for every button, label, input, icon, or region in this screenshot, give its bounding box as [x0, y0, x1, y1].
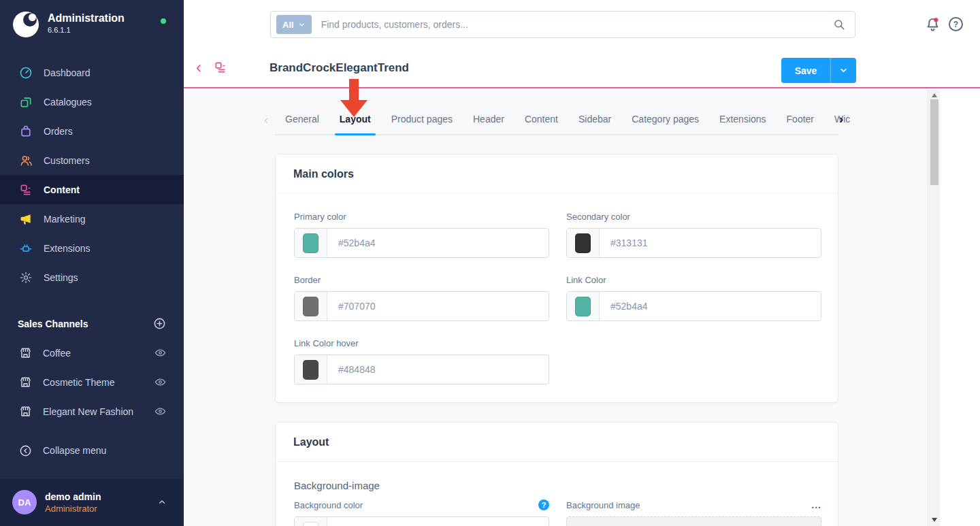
sidebar-item-dashboard[interactable]: Dashboard: [0, 58, 184, 87]
help-button[interactable]: ?: [949, 17, 963, 31]
color-picker-button[interactable]: [567, 292, 600, 320]
chevron-up-icon: [157, 497, 167, 508]
color-input[interactable]: #484848: [294, 355, 549, 384]
settings-gear-icon: [19, 271, 33, 284]
add-sales-channel-button[interactable]: [153, 317, 166, 330]
save-options-button[interactable]: [830, 58, 856, 83]
field-primary-color: Primary color #52b4a4: [294, 212, 549, 258]
color-swatch: [303, 297, 318, 316]
eye-icon: [154, 406, 166, 417]
tabs-scroll-right-button[interactable]: ›: [839, 112, 843, 127]
tab-content[interactable]: Content: [514, 104, 568, 134]
collapse-menu-button[interactable]: Collapse menu: [0, 437, 184, 464]
color-picker-button[interactable]: [295, 355, 327, 384]
color-input[interactable]: #ffffff: [294, 516, 549, 526]
visibility-eye-button[interactable]: [154, 406, 166, 417]
tab-sidebar[interactable]: Sidebar: [568, 104, 621, 134]
sales-channel-cosmetic-theme[interactable]: Cosmetic Theme: [0, 367, 184, 397]
save-split-button: Save: [781, 58, 856, 83]
tabs-scroll-left-button[interactable]: ‹: [264, 113, 268, 127]
sidebar-item-settings[interactable]: Settings: [0, 263, 184, 292]
color-input[interactable]: #707070: [294, 291, 549, 321]
sales-channels-heading: Sales Channels: [18, 318, 153, 329]
context-menu-button[interactable]: ...: [811, 499, 821, 510]
color-value: #707070: [338, 301, 376, 312]
app-logo-row: Administration 6.6.1.1: [0, 0, 184, 49]
visibility-eye-button[interactable]: [154, 376, 166, 388]
topbar: All ?: [184, 0, 980, 49]
color-swatch: [575, 233, 591, 253]
back-button[interactable]: ‹: [196, 59, 201, 76]
help-icon: ?: [949, 17, 963, 31]
vertical-scrollbar[interactable]: [928, 90, 940, 526]
field-label: Link Color hover: [294, 338, 549, 348]
marketing-icon: [19, 212, 33, 226]
sidebar-item-customers[interactable]: Customers: [0, 146, 184, 175]
sales-channel-coffee[interactable]: Coffee: [0, 338, 184, 367]
sidebar-item-extensions[interactable]: Extensions: [0, 233, 184, 263]
chevron-down-icon: [298, 21, 306, 29]
storefront-icon: [19, 405, 32, 418]
color-picker-button[interactable]: [567, 229, 600, 257]
app-title: Administration: [48, 12, 125, 24]
card-title: Layout: [293, 436, 329, 448]
sidebar-item-catalogues[interactable]: Catalogues: [0, 87, 184, 116]
page-header: ‹ BrandCrockElegantTrend Save: [184, 49, 980, 88]
content-icon: [19, 183, 33, 197]
color-input[interactable]: #52b4a4: [294, 228, 549, 258]
sidebar-item-marketing[interactable]: Marketing: [0, 204, 184, 233]
color-swatch: [303, 360, 318, 380]
plus-circle-icon: [153, 317, 166, 330]
scrollbar-thumb[interactable]: [930, 99, 938, 185]
color-value: #313131: [610, 237, 648, 248]
scroll-up-icon[interactable]: [932, 93, 937, 97]
user-menu[interactable]: DA demo admin Administrator: [0, 478, 184, 526]
visibility-eye-button[interactable]: [154, 347, 166, 359]
color-value: #52b4a4: [338, 237, 376, 248]
tab-header[interactable]: Header: [463, 104, 514, 134]
dashboard-icon: [19, 66, 33, 80]
scroll-down-icon[interactable]: [932, 518, 937, 522]
color-picker-button[interactable]: [295, 292, 327, 320]
user-name: demo admin: [45, 491, 157, 502]
notification-dot: [934, 18, 938, 22]
user-role: Administrator: [45, 504, 157, 514]
collapse-circle-icon: [19, 444, 32, 457]
status-dot: [161, 18, 166, 24]
tab-extensions[interactable]: Extensions: [709, 104, 776, 134]
storefront-icon: [19, 346, 32, 359]
field-label: Primary color: [294, 212, 549, 222]
field-help-icon[interactable]: ?: [538, 499, 549, 510]
search-scope-label: All: [282, 20, 294, 30]
tab-general[interactable]: General: [275, 104, 329, 134]
color-swatch: [303, 233, 318, 253]
color-input[interactable]: #313131: [566, 228, 821, 258]
tab-footer[interactable]: Footer: [777, 104, 824, 134]
search-input[interactable]: [321, 19, 833, 30]
field-label: Background image: [566, 500, 640, 510]
global-search[interactable]: All: [270, 11, 855, 38]
sidebar-item-orders[interactable]: Orders: [0, 116, 184, 146]
orders-icon: [19, 125, 33, 138]
search-icon[interactable]: [833, 18, 845, 31]
tab-category-pages[interactable]: Category pages: [621, 104, 709, 134]
color-picker-button[interactable]: [295, 517, 327, 526]
color-input[interactable]: #52b4a4: [566, 291, 821, 321]
search-scope-dropdown[interactable]: All: [276, 15, 312, 34]
save-button[interactable]: Save: [781, 58, 830, 83]
notifications-button[interactable]: [925, 16, 941, 32]
sales-channel-elegant-new-fashion[interactable]: Elegant New Fashion: [0, 397, 184, 426]
sidebar-item-content[interactable]: Content: [0, 175, 184, 204]
right-gutter: [940, 90, 980, 526]
sidebar-item-label: Orders: [44, 126, 73, 137]
catalogues-icon: [19, 95, 33, 109]
field-label: Border: [294, 275, 549, 285]
sidebar-item-label: Catalogues: [44, 97, 92, 108]
color-picker-button[interactable]: [295, 229, 327, 257]
main-area: All ? ‹ Bra: [184, 0, 980, 526]
field-label: Background color: [294, 500, 363, 510]
tab-product-pages[interactable]: Product pages: [381, 104, 463, 134]
field-border: Border #707070: [294, 275, 549, 321]
storefront-icon: [19, 376, 32, 389]
image-upload-dropzone[interactable]: [566, 516, 821, 526]
